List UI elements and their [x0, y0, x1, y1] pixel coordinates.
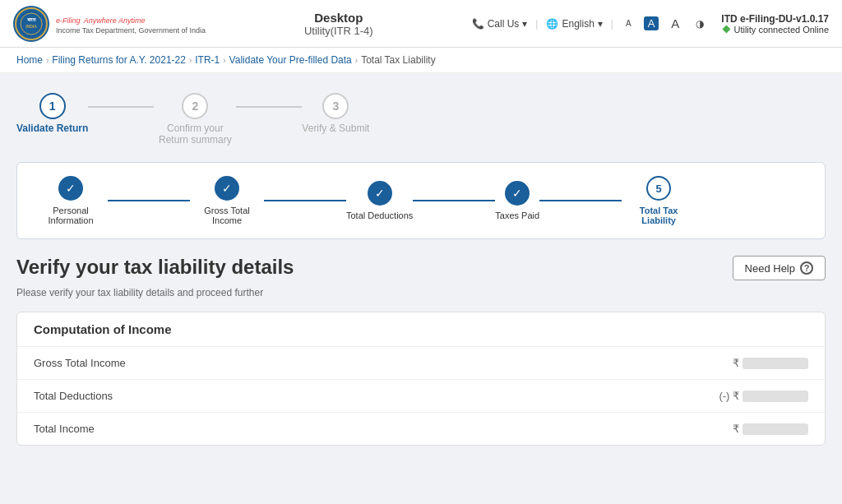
breadcrumb-itr1[interactable]: ITR-1: [195, 54, 220, 66]
sub-step-3-label: Total Deductions: [346, 210, 413, 220]
sub-step-3-wrapper: ✓ Total Deductions: [346, 181, 413, 220]
deductions-label: Total Deductions: [34, 390, 113, 402]
sub-step-1-wrapper: ✓ Personal Information: [34, 176, 108, 225]
step-3-item: 3 Verify & Submit: [302, 93, 369, 134]
phone-icon: 📞: [472, 18, 484, 30]
help-icon: ?: [800, 261, 813, 275]
step-3-circle: 3: [322, 93, 349, 119]
breadcrumb-current: Total Tax Liability: [361, 54, 436, 66]
sub-step-4-check: ✓: [512, 187, 522, 200]
total-income-value: ₹: [733, 423, 808, 435]
step-2-number: 2: [192, 99, 198, 113]
desktop-label: Desktop: [219, 11, 459, 25]
sub-step-2-check: ✓: [222, 182, 232, 195]
sub-step-5-number: 5: [656, 183, 662, 195]
font-small-button[interactable]: A: [622, 18, 636, 29]
call-us-label: Call Us: [488, 18, 520, 30]
breadcrumb-home[interactable]: Home: [16, 54, 43, 66]
step-1-item: 1 Validate Return: [16, 93, 88, 134]
total-deductions-row: Total Deductions (-) ₹: [17, 380, 825, 413]
font-medium-button[interactable]: A: [644, 16, 659, 30]
sub-step-4-label: Taxes Paid: [495, 210, 539, 220]
logo-text: e-Filing Anywhere Anytime Income Tax Dep…: [56, 11, 206, 36]
utility-label: Utility(ITR 1-4): [219, 25, 459, 37]
deductions-value: (-) ₹: [719, 390, 808, 402]
sub-steps-card: ✓ Personal Information ✓ Gross Total Inc…: [16, 162, 826, 239]
bc-sep-1: ›: [46, 56, 49, 65]
efiling-label: e-Filing: [56, 16, 81, 25]
status-dot-icon: [722, 25, 730, 34]
total-income-row: Total Income ₹: [17, 413, 825, 445]
sub-connector-2: [264, 200, 346, 201]
step-3-number: 3: [332, 99, 339, 113]
connection-status: Utility connected Online: [722, 25, 829, 35]
bc-sep-2: ›: [189, 56, 192, 65]
computation-card: Computation of Income Gross Total Income…: [16, 312, 826, 446]
sub-step-3-check: ✓: [375, 187, 385, 200]
main-content: 1 Validate Return 2 Confirm your Return …: [0, 73, 842, 495]
logo-section: भारत INDIA e-Filing Anywhere Anytime Inc…: [13, 6, 206, 42]
svg-text:INDIA: INDIA: [25, 24, 37, 29]
header-center: Desktop Utility(ITR 1-4): [219, 11, 459, 37]
gross-income-amount: [743, 358, 808, 369]
sub-connector-1: [108, 200, 190, 201]
step-3-wrapper: 3 Verify & Submit: [302, 93, 369, 134]
sub-step-3-circle: ✓: [368, 181, 392, 206]
contrast-button[interactable]: ◑: [692, 16, 708, 31]
sub-connector-4: [539, 200, 622, 201]
efiling-brand: e-Filing Anywhere Anytime: [56, 11, 206, 27]
deductions-amount: [743, 391, 808, 402]
step-1-number: 1: [49, 99, 56, 113]
steps-wizard: 1 Validate Return 2 Confirm your Return …: [16, 86, 826, 149]
gross-income-row: Gross Total Income ₹: [17, 347, 825, 380]
gross-income-label: Gross Total Income: [34, 357, 126, 369]
call-us-button[interactable]: 📞 Call Us ▾: [472, 18, 528, 30]
step-1-circle: 1: [39, 93, 66, 119]
gross-income-prefix: ₹: [733, 357, 739, 369]
need-help-label: Need Help: [745, 262, 795, 275]
svg-text:भारत: भारत: [27, 17, 36, 22]
wizard-connector-2: [236, 106, 302, 108]
total-income-prefix: ₹: [733, 423, 739, 435]
app-header: भारत INDIA e-Filing Anywhere Anytime Inc…: [0, 0, 842, 48]
sub-step-5-label: Total Tax Liability: [622, 206, 696, 225]
computation-title: Computation of Income: [34, 322, 808, 336]
sub-connector-3: [413, 200, 495, 201]
sub-step-2-label: Gross Total Income: [190, 206, 264, 225]
gross-income-value: ₹: [733, 357, 808, 369]
step-1-wrapper: 1 Validate Return: [16, 93, 88, 134]
dept-label: Income Tax Department, Government of Ind…: [56, 26, 206, 36]
page-title: Verify your tax liability details: [16, 256, 294, 279]
sub-step-2-wrapper: ✓ Gross Total Income: [190, 176, 264, 225]
status-text: Utility connected Online: [733, 25, 829, 35]
language-chevron: ▾: [598, 18, 603, 30]
header-right: ITD e-Filing-DU-v1.0.17 Utility connecte…: [721, 13, 829, 35]
sub-step-4-wrapper: ✓ Taxes Paid: [495, 181, 539, 220]
sub-step-2-circle: ✓: [215, 176, 239, 201]
sub-step-4-circle: ✓: [505, 181, 530, 206]
step-1-label: Validate Return: [16, 123, 88, 134]
separator-1: |: [535, 18, 538, 30]
call-us-chevron: ▾: [522, 18, 527, 30]
breadcrumb: Home › Filing Returns for A.Y. 2021-22 ›…: [0, 48, 842, 73]
step-2-wrapper: 2 Confirm your Return summary: [154, 93, 236, 146]
breadcrumb-validate[interactable]: Validate Your Pre-filled Data: [229, 54, 352, 66]
step-2-circle: 2: [182, 93, 208, 119]
sub-steps-row: ✓ Personal Information ✓ Gross Total Inc…: [34, 176, 808, 225]
sub-step-5-circle: 5: [646, 176, 671, 201]
sub-step-1-circle: ✓: [58, 176, 83, 201]
language-button[interactable]: 🌐 English ▾: [546, 18, 602, 30]
need-help-button[interactable]: Need Help ?: [733, 256, 826, 280]
wizard-connector-1: [88, 106, 154, 108]
breadcrumb-filing[interactable]: Filing Returns for A.Y. 2021-22: [52, 54, 186, 66]
help-question-mark: ?: [804, 263, 810, 273]
step-2-label: Confirm your Return summary: [154, 123, 236, 146]
tagline: Anywhere Anytime: [84, 16, 146, 25]
deductions-prefix: (-) ₹: [719, 390, 739, 402]
version-label: ITD e-Filing-DU-v1.0.17: [721, 13, 829, 25]
total-income-label: Total Income: [34, 423, 95, 435]
font-large-button[interactable]: A: [667, 16, 683, 31]
total-income-amount: [743, 423, 808, 435]
language-label: English: [562, 18, 594, 30]
step-2-item: 2 Confirm your Return summary: [154, 93, 236, 146]
